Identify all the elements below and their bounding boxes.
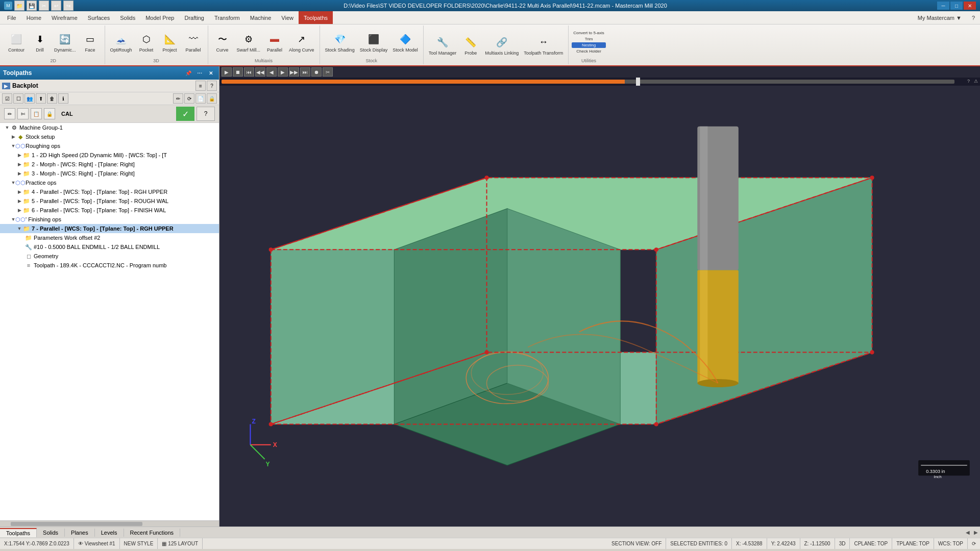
trim-button[interactable]: Trim (572, 36, 605, 42)
rewind-button[interactable]: ⏮ (244, 67, 254, 77)
tab-toolpaths[interactable]: Toolpaths (0, 528, 37, 537)
menu-model-prep[interactable]: Model Prep (140, 11, 179, 24)
convert-5axis-button[interactable]: Convert to 5-axis (572, 30, 605, 36)
parallel-ma-button[interactable]: ▬ Parallel (263, 30, 286, 54)
title-btn-5[interactable]: ↪ (63, 1, 74, 11)
tb-post[interactable]: 📄 (195, 93, 206, 104)
op2-toggle[interactable]: ▶ (16, 161, 22, 167)
stock-toggle[interactable]: ▶ (10, 134, 16, 140)
pocket-button[interactable]: ⬡ Pocket (135, 30, 158, 54)
optiroug-button[interactable]: 🗻 OptiRough (108, 30, 134, 54)
tree-op1[interactable]: ▶ 📁 1 - 2D High Speed (2D Dynamic Mill) … (0, 151, 219, 160)
tree-params[interactable]: 📁 Parameters Work offset #2 (0, 233, 219, 242)
tool-manager-button[interactable]: 🔧 Tool Manager (427, 33, 459, 57)
cut-button[interactable]: ✂ (323, 67, 333, 77)
drill-button[interactable]: ⬇ Drill (29, 30, 51, 54)
op3-toggle[interactable]: ▶ (16, 170, 22, 177)
panel-scrollbar-h[interactable] (0, 520, 219, 527)
record-button[interactable]: ⏺ (311, 67, 322, 77)
stock-display-button[interactable]: ⬛ Stock Display (358, 30, 390, 54)
menu-home[interactable]: Home (21, 11, 46, 24)
cal-btn-1[interactable]: ✏ (4, 108, 15, 119)
tree-op7[interactable]: ▼ 📁 7 - Parallel - [WCS: Top] - [Tplane:… (0, 224, 219, 233)
face-button[interactable]: ▭ Face (79, 30, 102, 54)
cal-btn-2[interactable]: ✄ (17, 108, 29, 119)
step-back-button[interactable]: ◀◀ (255, 67, 265, 77)
op6-toggle[interactable]: ▶ (16, 207, 22, 213)
minimize-button[interactable]: ─ (937, 2, 949, 10)
backplot-help-btn[interactable]: ? (207, 81, 217, 91)
tree-tool[interactable]: 🔧 #10 - 0.5000 BALL ENDMILL - 1/2 BALL E… (0, 242, 219, 252)
tabs-scroll-right[interactable]: ▶ (972, 530, 980, 535)
tb-group[interactable]: 👥 (24, 93, 35, 104)
parallel-3d-button[interactable]: 〰 Parallel (182, 30, 205, 54)
tree-toolpath[interactable]: ≡ Toolpath - 189.4K - CCCACCTI2.NC - Pro… (0, 261, 219, 270)
close-button[interactable]: ✕ (964, 2, 976, 10)
end-button[interactable]: ⏭ (300, 67, 310, 77)
menu-machine[interactable]: Machine (245, 11, 277, 24)
tb-edit[interactable]: ✏ (173, 93, 183, 104)
panel-pin-btn[interactable]: 📌 (183, 68, 193, 78)
timeline-handle[interactable] (636, 78, 640, 86)
tree-op2[interactable]: ▶ 📁 2 - Morph - [WCS: Right] - [Tplane: … (0, 160, 219, 169)
panel-options-btn[interactable]: ⋯ (194, 68, 205, 78)
tb-regen[interactable]: ⟳ (184, 93, 194, 104)
menu-solids[interactable]: Solids (115, 11, 140, 24)
stock-model-button[interactable]: 🔷 Stock Model (390, 30, 420, 54)
ok-button[interactable]: ✓ (176, 107, 194, 121)
cal-btn-4[interactable]: 🔒 (44, 108, 55, 119)
tree-op3[interactable]: ▶ 📁 3 - Morph - [WCS: Right] - [Tplane: … (0, 169, 219, 178)
tb-move-up[interactable]: ⬆ (36, 93, 46, 104)
toolpath-transform-button[interactable]: ↔ Toolpath Transform (522, 33, 565, 57)
help-button[interactable]: ? (197, 107, 215, 121)
tree-roughing-ops[interactable]: ▼ ⬡⬡ Roughing ops (0, 141, 219, 151)
tb-select-none[interactable]: ☐ (13, 93, 23, 104)
multiaxis-linking-button[interactable]: 🔗 Multiaxis Linking (483, 33, 521, 57)
swarf-button[interactable]: ⚙ Swarf Mill... (235, 30, 263, 54)
along-curve-button[interactable]: ↗ Along Curve (287, 30, 316, 54)
menu-transform[interactable]: Transform (209, 11, 245, 24)
nesting-button[interactable]: Nesting (572, 42, 605, 48)
tb-info[interactable]: ℹ (58, 93, 68, 104)
tab-solids[interactable]: Solids (37, 529, 65, 537)
op7-toggle[interactable]: ▼ (16, 226, 22, 232)
title-btn-2[interactable]: 💾 (27, 1, 37, 11)
check-holder-button[interactable]: Check Holder (572, 48, 605, 54)
op4-toggle[interactable]: ▶ (16, 189, 22, 195)
step-fwd-button[interactable]: ▶ (278, 67, 288, 77)
status-style[interactable]: NEW STYLE (120, 538, 158, 549)
tb-lock[interactable]: 🔒 (207, 93, 217, 104)
tree-machine-group[interactable]: ▼ ⚙ Machine Group-1 (0, 123, 219, 132)
project-button[interactable]: 📐 Project (159, 30, 181, 54)
title-btn-3[interactable]: ✂ (39, 1, 49, 11)
dynamic-button[interactable]: 🔄 Dynamic... (52, 30, 78, 54)
tb-delete[interactable]: 🗑 (47, 93, 57, 104)
tab-planes[interactable]: Planes (65, 529, 95, 537)
menu-drafting[interactable]: Drafting (179, 11, 209, 24)
play-button[interactable]: ▶ (222, 67, 232, 77)
tree-practice-ops[interactable]: ▼ ⬡⬡ Practice ops (0, 178, 219, 187)
tree-op4[interactable]: ▶ 📁 4 - Parallel - [WCS: Top] - [Tplane:… (0, 187, 219, 196)
window-controls[interactable]: ─ □ ✕ (937, 2, 976, 10)
op1-toggle[interactable]: ▶ (16, 152, 22, 158)
tree-finishing-ops[interactable]: ▼ ⬡⬡ ' Finishing ops (0, 215, 219, 224)
backplot-filter-btn[interactable]: ≡ (195, 81, 206, 91)
tree-geometry[interactable]: ◻ Geometry (0, 252, 219, 261)
tab-recent-functions[interactable]: Recent Functions (124, 529, 181, 537)
step-fwd2-button[interactable]: ▶▶ (289, 67, 299, 77)
step-back2-button[interactable]: ◀ (266, 67, 277, 77)
cal-btn-3[interactable]: 📋 (31, 108, 42, 119)
tabs-scroll-left[interactable]: ◀ (964, 530, 972, 535)
my-mastercam-btn[interactable]: My Mastercam ▼ (913, 11, 967, 24)
menu-toolpaths[interactable]: Toolpaths (299, 11, 333, 24)
maximize-button[interactable]: □ (950, 2, 963, 10)
tb-select-all[interactable]: ☑ (2, 93, 12, 104)
tab-levels[interactable]: Levels (95, 529, 124, 537)
menu-surfaces[interactable]: Surfaces (83, 11, 115, 24)
probe-button[interactable]: 📏 Probe (459, 33, 482, 57)
menu-file[interactable]: File (2, 11, 21, 24)
title-btn-4[interactable]: ↩ (51, 1, 61, 11)
menu-view[interactable]: View (276, 11, 299, 24)
tree-stock-setup[interactable]: ▶ ◆ Stock setup (0, 132, 219, 141)
panel-close-btn[interactable]: ✕ (206, 68, 216, 78)
